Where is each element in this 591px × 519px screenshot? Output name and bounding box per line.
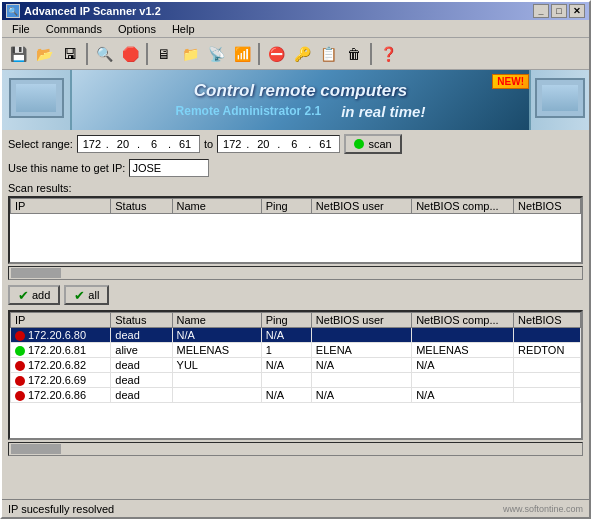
- range-from-ip-2[interactable]: [111, 138, 135, 150]
- toolbar-new-button[interactable]: 💾: [6, 42, 30, 66]
- range-label: Select range:: [8, 138, 73, 150]
- btn-row: ✔ add ✔ all: [8, 284, 583, 306]
- maximize-button[interactable]: □: [551, 4, 567, 18]
- main-window: 🔍 Advanced IP Scanner v1.2 _ □ ✕ File Co…: [0, 0, 591, 519]
- toolbar-separator-1: [86, 43, 88, 65]
- cell-netbios-user: [311, 373, 411, 388]
- name-input[interactable]: [129, 159, 209, 177]
- toolbar-separator-2: [146, 43, 148, 65]
- cell-ip: 172.20.6.81: [11, 343, 111, 358]
- range-to-ip-3[interactable]: [282, 138, 306, 150]
- menu-help[interactable]: Help: [166, 22, 201, 36]
- toolbar-scan-button[interactable]: 🔍: [92, 42, 116, 66]
- all-check-icon: ✔: [74, 288, 85, 303]
- add-button[interactable]: ✔ add: [8, 285, 60, 305]
- title-bar-left: 🔍 Advanced IP Scanner v1.2: [6, 4, 161, 18]
- lower-col-netbios-user: NetBIOS user: [311, 313, 411, 328]
- toolbar-properties-button[interactable]: 🔑: [290, 42, 314, 66]
- scan-button[interactable]: scan: [344, 134, 401, 154]
- table-row[interactable]: 172.20.6.86 dead N/A N/A N/A: [11, 388, 581, 403]
- toolbar-help-button[interactable]: ❓: [376, 42, 400, 66]
- banner-screen-left: [2, 70, 72, 130]
- cell-status: alive: [111, 343, 172, 358]
- upper-col-netbios-user: NetBIOS user: [311, 199, 411, 214]
- cell-netbios-user: N/A: [311, 388, 411, 403]
- cell-name: [172, 373, 261, 388]
- menu-options[interactable]: Options: [112, 22, 162, 36]
- all-button[interactable]: ✔ all: [64, 285, 109, 305]
- table-row[interactable]: 172.20.6.80 dead N/A N/A: [11, 328, 581, 343]
- upper-col-netbios-comp: NetBIOS comp...: [412, 199, 514, 214]
- lower-col-netbios: NetBIOS: [514, 313, 581, 328]
- toolbar-radmin-button[interactable]: 🖥: [152, 42, 176, 66]
- table-row[interactable]: 172.20.6.81 alive MELENAS 1 ELENA MELENA…: [11, 343, 581, 358]
- cell-ping: 1: [261, 343, 311, 358]
- toolbar-ping-button[interactable]: 📶: [230, 42, 254, 66]
- upper-col-netbios: NetBIOS: [514, 199, 581, 214]
- cell-netbios: [514, 388, 581, 403]
- cell-netbios: REDTON: [514, 343, 581, 358]
- menu-file[interactable]: File: [6, 22, 36, 36]
- range-from-ip: . . .: [77, 135, 200, 153]
- close-button[interactable]: ✕: [569, 4, 585, 18]
- cell-name: N/A: [172, 328, 261, 343]
- toolbar-stop-button[interactable]: 🛑: [118, 42, 142, 66]
- range-from-ip-3[interactable]: [142, 138, 166, 150]
- range-from-ip-1[interactable]: [80, 138, 104, 150]
- cell-netbios: [514, 328, 581, 343]
- cell-status: dead: [111, 373, 172, 388]
- add-label: add: [32, 289, 50, 301]
- to-label: to: [204, 138, 213, 150]
- cell-netbios-comp: N/A: [412, 358, 514, 373]
- banner-new-label: NEW!: [492, 74, 529, 89]
- toolbar-delete-button[interactable]: 🗑: [342, 42, 366, 66]
- lower-col-ping: Ping: [261, 313, 311, 328]
- lower-results-table[interactable]: IP Status Name Ping NetBIOS user NetBIOS…: [8, 310, 583, 440]
- toolbar-ftp-button[interactable]: 📁: [178, 42, 202, 66]
- toolbar-shutdown-button[interactable]: ⛔: [264, 42, 288, 66]
- cell-ping: N/A: [261, 328, 311, 343]
- menu-commands[interactable]: Commands: [40, 22, 108, 36]
- toolbar-save-button[interactable]: 🖫: [58, 42, 82, 66]
- cell-netbios-comp: MELENAS: [412, 343, 514, 358]
- upper-col-ip: IP: [11, 199, 111, 214]
- upper-col-status: Status: [111, 199, 172, 214]
- range-to-ip-4[interactable]: [313, 138, 337, 150]
- cell-name: YUL: [172, 358, 261, 373]
- window-title: Advanced IP Scanner v1.2: [24, 5, 161, 17]
- toolbar-separator-4: [370, 43, 372, 65]
- cell-name: MELENAS: [172, 343, 261, 358]
- cell-ip: 172.20.6.82: [11, 358, 111, 373]
- cell-status: dead: [111, 358, 172, 373]
- scan-label: scan: [368, 138, 391, 150]
- toolbar-copy-button[interactable]: 📋: [316, 42, 340, 66]
- banner[interactable]: Control remote computers Remote Administ…: [2, 70, 589, 130]
- range-to-ip-1[interactable]: [220, 138, 244, 150]
- toolbar-open-button[interactable]: 📂: [32, 42, 56, 66]
- upper-results-table[interactable]: IP Status Name Ping NetBIOS user NetBIOS…: [8, 196, 583, 264]
- table-row[interactable]: 172.20.6.82 dead YUL N/A N/A N/A: [11, 358, 581, 373]
- cell-netbios: [514, 373, 581, 388]
- scan-results-label: Scan results:: [8, 182, 583, 194]
- range-from-ip-4[interactable]: [173, 138, 197, 150]
- upper-col-name: Name: [172, 199, 261, 214]
- lower-col-ip: IP: [11, 313, 111, 328]
- lower-hscroll[interactable]: [8, 442, 583, 456]
- status-bar-right: www.softontine.com: [503, 504, 583, 514]
- range-row: Select range: . . . to . . .: [8, 134, 583, 154]
- upper-table: IP Status Name Ping NetBIOS user NetBIOS…: [10, 198, 581, 214]
- cell-ping: N/A: [261, 358, 311, 373]
- table-row[interactable]: 172.20.6.69 dead: [11, 373, 581, 388]
- cell-netbios: [514, 358, 581, 373]
- cell-ip: 172.20.6.80: [11, 328, 111, 343]
- status-bar: IP sucesfully resolved www.softontine.co…: [2, 499, 589, 517]
- minimize-button[interactable]: _: [533, 4, 549, 18]
- range-to-ip-2[interactable]: [251, 138, 275, 150]
- menu-bar: File Commands Options Help: [2, 20, 589, 38]
- toolbar-telnet-button[interactable]: 📡: [204, 42, 228, 66]
- add-check-icon: ✔: [18, 288, 29, 303]
- cell-netbios-comp: [412, 328, 514, 343]
- lower-col-netbios-comp: NetBIOS comp...: [412, 313, 514, 328]
- name-row: Use this name to get IP:: [8, 158, 583, 178]
- upper-hscroll[interactable]: [8, 266, 583, 280]
